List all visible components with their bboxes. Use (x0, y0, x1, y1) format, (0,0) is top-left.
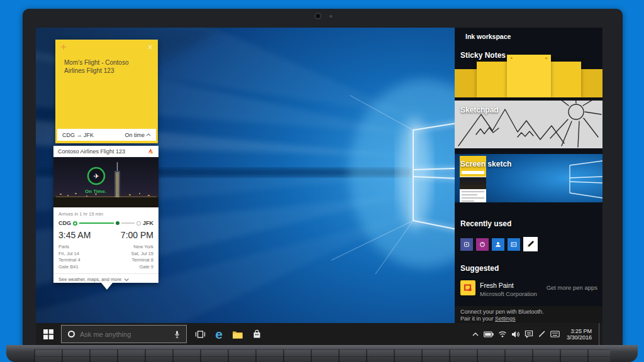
mini-add-note-icon: + (510, 55, 513, 61)
taskbar: e (36, 323, 602, 345)
sticky-note-thumb: + × (507, 55, 551, 97)
flight-info-card: Contoso Airlines Flight 123 (53, 146, 158, 283)
start-button[interactable] (36, 323, 61, 345)
origin-details: ParisFri, Jul 14 Terminal 4Gate B41 (58, 244, 80, 270)
microphone-icon[interactable] (173, 330, 181, 339)
progress-remaining (121, 222, 135, 224)
plane-position-marker (116, 221, 119, 225)
screen: + × Mom's Flight - Contoso Airlines Flig… (36, 28, 602, 345)
search-input[interactable] (80, 331, 173, 338)
pen-pairing-tip: Connect your pen with Bluetooth. Pair it… (455, 306, 602, 323)
recent-app-tile[interactable] (476, 238, 489, 251)
suggested-label: Suggested (460, 264, 499, 273)
pen-tip-line1: Connect your pen with Bluetooth. (460, 309, 602, 315)
screen-sketch-tile[interactable]: Screen sketch (455, 154, 602, 202)
store-bag-icon (252, 329, 262, 339)
battery-indicator[interactable] (484, 331, 494, 337)
ink-workspace-panel: Ink workspace Sticky Notes + × (455, 28, 602, 323)
on-time-badge: On Time. (85, 189, 106, 194)
tray-expand-button[interactable] (472, 331, 479, 337)
progress-start-dot (73, 221, 77, 226)
panel-title: Ink workspace (455, 28, 602, 40)
chevron-up-icon (147, 133, 151, 138)
recently-used-section: Recently used (455, 219, 602, 257)
recent-app-tile[interactable] (523, 237, 538, 251)
webcam (314, 13, 321, 19)
fresh-paint-icon (460, 280, 475, 295)
cortana-search-box[interactable] (61, 325, 187, 343)
laptop-keyboard (34, 349, 610, 362)
task-view-button[interactable] (191, 323, 209, 345)
clock[interactable]: 3:25 PM 3/30/2016 (564, 328, 594, 341)
recent-app-tile[interactable] (460, 238, 473, 251)
suggested-app-publisher: Microsoft Corporation (480, 290, 537, 297)
pen-tip-line2: Pair it in your (460, 315, 495, 322)
keyboard-icon (550, 331, 560, 337)
card-callout-tail (101, 283, 113, 290)
settings-link[interactable]: Settings (495, 315, 516, 322)
departure-time: 3:45 AM (58, 230, 91, 240)
note-flight-summary-bar[interactable]: CDG → JFK On time (57, 129, 156, 141)
suggested-app-row[interactable]: Fresh Paint Microsoft Corporation Get mo… (460, 280, 597, 297)
recently-used-label: Recently used (460, 219, 511, 228)
mini-close-note-icon: × (545, 55, 548, 61)
battery-icon (484, 331, 494, 337)
arrives-label: Arrives in 1 hr 15 min (58, 211, 153, 217)
wifi-indicator[interactable] (498, 331, 507, 337)
task-view-icon (195, 330, 206, 339)
desk-background: + × Mom's Flight - Contoso Airlines Flig… (0, 0, 644, 362)
action-center-icon (525, 330, 533, 338)
action-center-button[interactable] (525, 330, 533, 338)
sketchpad-tile[interactable]: Sketchpad (455, 101, 602, 148)
flight-card-title: Contoso Airlines Flight 123 (58, 148, 125, 155)
laptop-base (6, 345, 638, 362)
plane-icon: ✈ (93, 172, 99, 180)
app-window-icon (462, 240, 471, 249)
recent-app-tile[interactable] (508, 238, 520, 251)
sticky-note-window: + × Mom's Flight - Contoso Airlines Flig… (55, 40, 158, 143)
file-explorer-button[interactable] (228, 323, 247, 345)
marker-pen-icon (525, 239, 536, 250)
destination-code: JFK (143, 220, 153, 226)
show-desktop-button[interactable] (599, 323, 601, 345)
folder-icon (232, 330, 243, 339)
edge-browser-button[interactable]: e (209, 323, 228, 345)
pen-settings-button[interactable] (538, 330, 546, 338)
store-button[interactable] (247, 323, 266, 345)
flight-progress: CDG JFK (58, 220, 153, 226)
cortana-icon (68, 331, 75, 337)
wifi-icon (498, 331, 507, 337)
get-more-pen-apps-link[interactable]: Get more pen apps (547, 284, 597, 291)
sticky-notes-label: Sticky Notes (460, 51, 506, 60)
progress-done (79, 222, 114, 224)
touch-keyboard-button[interactable] (550, 331, 560, 337)
note-status: On time (125, 132, 145, 138)
volume-indicator[interactable] (511, 331, 520, 338)
destination-details: New YorkSat, Jul 15 Terminal 8Gate 9 (131, 244, 153, 270)
recent-app-tile[interactable] (492, 238, 504, 251)
suggested-section: Suggested Fresh Paint Microsoft Corporat… (455, 264, 602, 302)
webcam-mic-dot (330, 15, 332, 18)
speaker-icon (511, 331, 520, 338)
sketchpad-label: Sketchpad (460, 106, 499, 114)
pen-icon (538, 330, 546, 338)
close-note-icon[interactable]: × (148, 42, 153, 52)
screen-sketch-label: Screen sketch (460, 160, 511, 168)
suggested-app-name: Fresh Paint (480, 282, 537, 289)
progress-end-dot (136, 221, 141, 226)
round-app-icon (478, 240, 487, 249)
photos-icon (509, 240, 518, 249)
sticky-note-text[interactable]: Mom's Flight - Contoso Airlines Flight 1… (55, 52, 158, 75)
arrival-time: 7:00 PM (121, 230, 153, 240)
airline-logo-icon (147, 148, 154, 155)
flight-photo: ✈ On Time. (53, 157, 158, 207)
clock-time: 3:25 PM (567, 328, 592, 334)
windows-logo-icon (43, 329, 53, 339)
chevron-up-icon (472, 331, 479, 337)
edge-icon: e (215, 327, 223, 341)
sticky-notes-tile[interactable]: Sticky Notes + × (455, 44, 602, 97)
note-route: CDG → JFK (62, 132, 94, 138)
add-note-icon[interactable]: + (60, 42, 67, 52)
origin-code: CDG (58, 220, 71, 226)
person-icon (494, 240, 502, 249)
